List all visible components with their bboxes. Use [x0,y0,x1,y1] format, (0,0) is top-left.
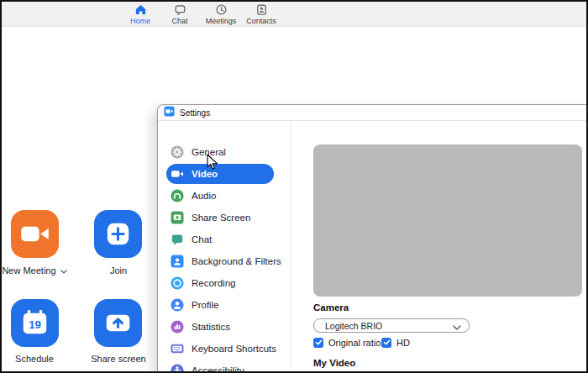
record-icon [171,276,184,290]
chat-icon [174,3,186,16]
sidebar-item-label: Video [192,169,218,179]
sidebar-item-label: Audio [192,191,216,201]
person-icon [171,298,184,312]
new-meeting-label: New Meeting [2,265,55,276]
accessibility-icon [171,364,184,373]
sidebar-item-recording[interactable]: Recording [158,272,291,294]
video-camera-icon [11,246,59,260]
sidebar-item-general[interactable]: General [158,141,291,163]
sidebar-item-accessibility[interactable]: Accessibility [158,360,291,373]
zoom-app-window: Home Chat Meetings Contacts New Meeting [0,0,588,373]
sidebar-item-share-screen[interactable]: Share Screen [158,207,291,229]
tab-chat-label: Chat [171,17,187,25]
sidebar-item-profile[interactable]: Profile [158,294,291,316]
sidebar-item-label: General [192,147,226,157]
sidebar-item-statistics[interactable]: Statistics [158,316,291,338]
sidebar-item-label: Share Screen [192,213,250,223]
settings-title: Settings [180,108,210,118]
schedule-label-row: Schedule [0,353,72,365]
camera-select-value: Logitech BRIO [325,321,453,331]
person-portrait-icon [171,255,184,268]
join-label: Join [110,265,127,276]
plus-icon [94,246,142,260]
keyboard-icon [171,342,184,355]
join-button[interactable] [94,210,142,258]
new-meeting-label-row[interactable]: New Meeting [0,265,72,276]
sidebar-item-video[interactable]: Video [158,163,291,185]
chevron-down-icon [453,318,461,334]
hd-label: HD [396,338,410,348]
home-icon [134,3,147,16]
sidebar-item-label: Background & Filters [192,256,281,266]
tab-chat[interactable]: Chat [158,3,202,26]
join-label-row: Join [81,265,156,276]
camera-preview [313,144,582,297]
top-navigation-bar: Home Chat Meetings Contacts [2,2,586,27]
sidebar-item-background-filters[interactable]: Background & Filters [158,250,291,272]
video-camera-icon [171,167,184,181]
video-settings-panel: Camera Logitech BRIO Original ratio HD [292,121,586,371]
sidebar-item-label: Profile [192,300,219,310]
tab-contacts-label: Contacts [246,17,276,25]
contacts-icon [255,3,268,16]
tab-meetings[interactable]: Meetings [199,3,243,26]
settings-dialog: Settings General Video Aud [157,104,586,371]
sidebar-item-label: Chat [192,234,212,244]
new-meeting-button[interactable] [11,210,59,258]
sidebar-item-keyboard-shortcuts[interactable]: Keyboard Shortcuts [158,338,291,360]
sidebar-item-label: Keyboard Shortcuts [192,344,276,354]
svg-text:19: 19 [29,318,41,331]
original-ratio-checkbox-row[interactable]: Original ratio [313,337,381,348]
calendar-icon: 19 [11,335,59,349]
share-screen-label: Share screen [91,354,145,364]
settings-titlebar[interactable]: Settings [158,105,586,121]
chevron-down-icon[interactable] [60,265,67,276]
my-video-section-heading: My Video [313,358,355,368]
original-ratio-label: Original ratio [328,338,381,348]
schedule-label: Schedule [15,354,54,364]
hd-checkbox-row[interactable]: HD [381,337,410,348]
checkbox-checked-icon[interactable] [313,338,323,348]
tab-contacts[interactable]: Contacts [239,3,283,26]
sidebar-item-audio[interactable]: Audio [158,185,291,207]
meetings-icon [215,3,228,16]
sidebar-item-chat[interactable]: Chat [158,229,291,250]
gear-icon [171,145,184,159]
checkbox-checked-icon[interactable] [381,338,391,348]
sidebar-item-label: Statistics [192,322,230,332]
sidebar-item-label: Accessibility [192,365,244,373]
headphones-icon [171,189,184,202]
bar-chart-icon [171,320,184,334]
screen-share-icon [94,335,142,349]
camera-select[interactable]: Logitech BRIO [313,318,470,333]
share-screen-button[interactable] [94,299,142,347]
screen-share-icon [171,211,184,224]
tab-home-label: Home [130,17,150,25]
camera-section-heading: Camera [313,302,349,313]
zoom-logo-icon [164,105,175,120]
tab-meetings-label: Meetings [206,17,237,25]
schedule-button[interactable]: 19 [11,299,59,347]
settings-sidebar: General Video Audio Share Screen [158,121,291,371]
chat-bubble-icon [171,233,184,246]
tab-home[interactable]: Home [118,3,162,26]
share-screen-label-row: Share screen [81,353,156,365]
sidebar-item-label: Recording [192,278,235,288]
